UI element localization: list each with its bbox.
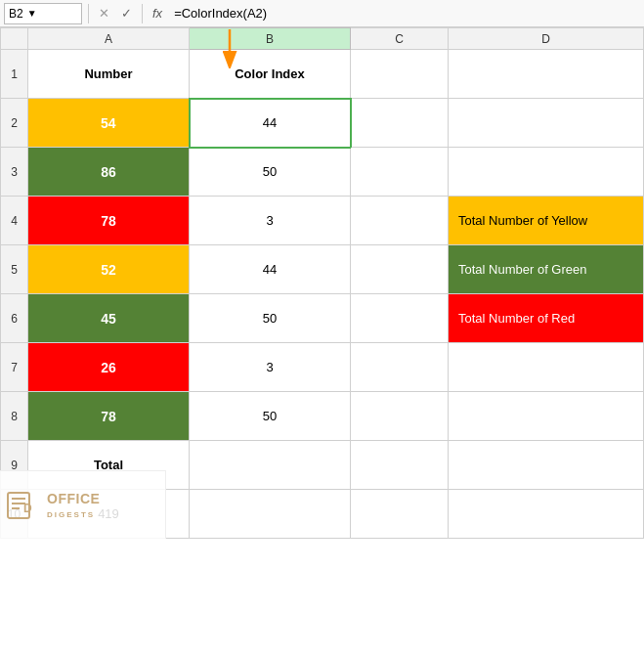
- watermark-icon: D: [6, 485, 41, 525]
- cell-d6[interactable]: Total Number of Red: [449, 294, 644, 343]
- cell-a8-value: 78: [101, 409, 116, 424]
- cell-b2[interactable]: 44: [190, 99, 351, 148]
- cell-b10[interactable]: [190, 490, 351, 539]
- cell-c4[interactable]: [351, 197, 449, 245]
- cell-a1-value: Number: [84, 66, 132, 81]
- cell-b5[interactable]: 44: [190, 245, 351, 294]
- row-num-2: 2: [1, 99, 28, 148]
- column-header-row: A B C D: [1, 28, 644, 50]
- cell-a6[interactable]: 45: [28, 294, 190, 343]
- cell-a3[interactable]: 86: [28, 148, 190, 197]
- table-row: 3 86 50: [1, 148, 644, 197]
- cell-b6[interactable]: 50: [190, 294, 351, 343]
- cell-c5[interactable]: [351, 245, 449, 294]
- cell-c6[interactable]: [351, 294, 449, 343]
- row-num-1: 1: [1, 50, 28, 99]
- grid-table: A B C D 1 Number Color Index 2: [0, 27, 644, 539]
- table-row: 8 78 50: [1, 392, 644, 441]
- cell-b1-value: Color Index: [235, 66, 305, 81]
- fx-label: fx: [149, 6, 166, 21]
- col-header-c[interactable]: C: [351, 28, 449, 50]
- cell-d3[interactable]: [449, 148, 644, 197]
- cell-b8[interactable]: 50: [190, 392, 351, 441]
- cell-b6-value: 50: [263, 311, 277, 326]
- cell-a2-value: 54: [101, 115, 116, 131]
- formula-bar: B2 ▼ ✕ ✓ fx: [0, 0, 644, 27]
- cell-b7[interactable]: 3: [190, 343, 351, 392]
- cell-d1[interactable]: [449, 50, 644, 99]
- cell-a7[interactable]: 26: [28, 343, 190, 392]
- table-row: 2 54 44: [1, 99, 644, 148]
- cell-c3[interactable]: [351, 148, 449, 197]
- col-header-d[interactable]: D: [449, 28, 644, 50]
- row-num-8: 8: [1, 392, 28, 441]
- table-row: 7 26 3: [1, 343, 644, 392]
- svg-text:D: D: [23, 502, 32, 515]
- cell-b1[interactable]: Color Index: [190, 50, 351, 99]
- row-num-4: 4: [1, 197, 28, 245]
- row-num-3: 3: [1, 148, 28, 197]
- cell-d10[interactable]: [449, 490, 644, 539]
- cell-b7-value: 3: [266, 360, 273, 374]
- cell-a4[interactable]: 78: [28, 197, 190, 245]
- table-row: 6 45 50 Total Number of Red: [1, 294, 644, 343]
- cell-a5[interactable]: 52: [28, 245, 190, 294]
- col-header-b[interactable]: B: [190, 28, 351, 50]
- cell-a8[interactable]: 78: [28, 392, 190, 441]
- col-header-row: [1, 28, 28, 50]
- cell-d7[interactable]: [449, 343, 644, 392]
- cell-reference-box[interactable]: B2 ▼: [4, 3, 82, 24]
- row-num-5: 5: [1, 245, 28, 294]
- formula-separator: [88, 4, 89, 23]
- cell-a7-value: 26: [101, 360, 116, 375]
- col-header-a[interactable]: A: [28, 28, 190, 50]
- cell-d5[interactable]: Total Number of Green: [449, 245, 644, 294]
- cell-ref-value: B2: [9, 7, 23, 21]
- table-row: 1 Number Color Index: [1, 50, 644, 99]
- cell-c8[interactable]: [351, 392, 449, 441]
- formula-icons: ✕ ✓: [95, 4, 136, 22]
- cell-b8-value: 50: [263, 409, 277, 423]
- formula-separator2: [142, 4, 143, 23]
- cell-d5-label: Total Number of Green: [458, 262, 587, 277]
- confirm-icon[interactable]: ✓: [117, 4, 136, 22]
- cell-b9[interactable]: [190, 441, 351, 490]
- formula-input[interactable]: [170, 3, 640, 24]
- cell-d9[interactable]: [449, 441, 644, 490]
- dropdown-arrow-icon[interactable]: ▼: [27, 8, 37, 19]
- cell-a2[interactable]: 54: [28, 99, 190, 148]
- cell-a6-value: 45: [101, 311, 116, 327]
- cell-c7[interactable]: [351, 343, 449, 392]
- table-row: 4 78 3 Total Number of Yellow: [1, 197, 644, 245]
- watermark-text: OFFICE DIGESTS: [47, 490, 100, 521]
- row-num-6: 6: [1, 294, 28, 343]
- cell-a4-value: 78: [101, 213, 116, 229]
- cell-d8[interactable]: [449, 392, 644, 441]
- watermark: D OFFICE DIGESTS: [0, 470, 166, 539]
- cell-d4[interactable]: Total Number of Yellow: [449, 197, 644, 245]
- cell-b4-value: 3: [266, 213, 273, 228]
- spreadsheet: A B C D 1 Number Color Index 2: [0, 27, 644, 539]
- cell-b3[interactable]: 50: [190, 148, 351, 197]
- cell-b4[interactable]: 3: [190, 197, 351, 245]
- table-row: 5 52 44 Total Number of Green: [1, 245, 644, 294]
- cell-a3-value: 86: [101, 164, 116, 180]
- cell-d2[interactable]: [449, 99, 644, 148]
- cell-c10[interactable]: [351, 490, 449, 539]
- cell-d4-label: Total Number of Yellow: [458, 213, 587, 228]
- cell-a5-value: 52: [101, 262, 116, 278]
- cell-c1[interactable]: [351, 50, 449, 99]
- row-num-7: 7: [1, 343, 28, 392]
- cell-c2[interactable]: [351, 99, 449, 148]
- cell-d6-label: Total Number of Red: [458, 311, 575, 326]
- cell-b2-value: 44: [263, 115, 277, 130]
- cell-a1[interactable]: Number: [28, 50, 190, 99]
- cell-c9[interactable]: [351, 441, 449, 490]
- cancel-icon[interactable]: ✕: [95, 4, 113, 22]
- cell-b3-value: 50: [263, 164, 277, 179]
- cell-b5-value: 44: [263, 262, 277, 277]
